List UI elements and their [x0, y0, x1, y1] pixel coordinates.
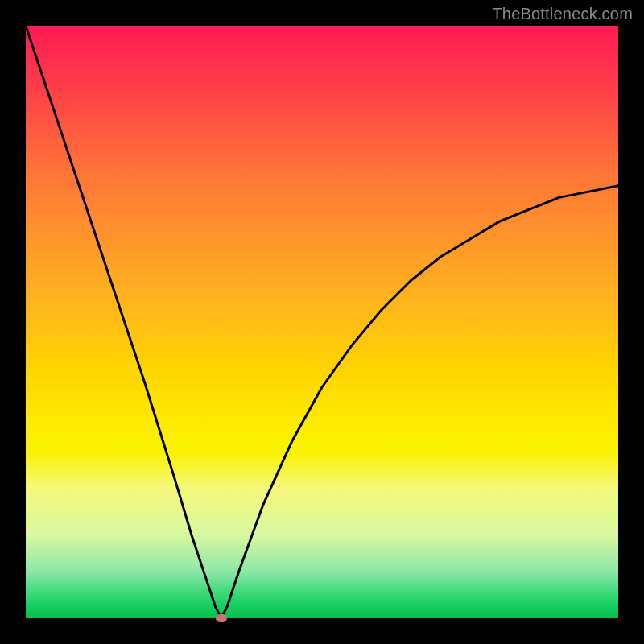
- bottleneck-curve: [26, 26, 618, 618]
- curve-svg: [26, 26, 618, 618]
- optimum-marker: [216, 614, 227, 622]
- plot-area: [26, 26, 618, 618]
- watermark-text: TheBottleneck.com: [492, 5, 633, 23]
- chart-frame: TheBottleneck.com: [0, 0, 644, 644]
